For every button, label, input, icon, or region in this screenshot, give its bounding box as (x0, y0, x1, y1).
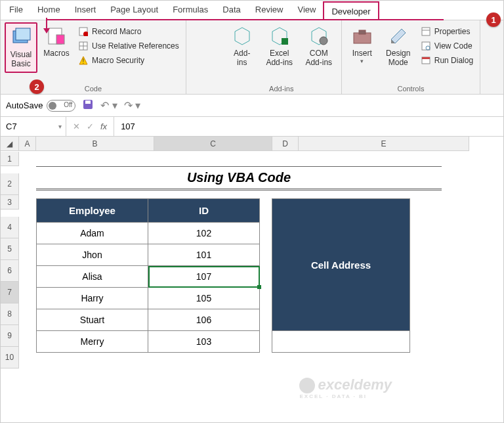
com-addins-icon (308, 25, 330, 47)
col-c[interactable]: C (154, 137, 272, 151)
ribbon-group-controls: Insert ▾ Design Mode Properties View Cod… (342, 20, 480, 94)
insert-control-button[interactable]: Insert ▾ (346, 22, 379, 68)
svg-rect-27 (85, 100, 91, 104)
row-6[interactable]: 6 (1, 260, 19, 282)
save-icon[interactable] (82, 99, 94, 113)
sheet-title: Using VBA Code (36, 166, 442, 190)
row-10[interactable]: 10 (1, 347, 19, 368)
watermark-logo-icon (299, 378, 315, 393)
view-code-button[interactable]: View Code (418, 39, 476, 53)
th-id: ID (148, 199, 260, 223)
sheet-grid-headers: ◢ A B C D E (1, 137, 503, 151)
row-7[interactable]: 7 (1, 282, 19, 303)
fx-icon[interactable]: fx (100, 122, 107, 131)
table-cell[interactable]: Alisa (37, 266, 148, 288)
record-macro-button[interactable]: Record Macro (75, 25, 182, 38)
excel-addins-button[interactable]: Excel Add-ins (261, 22, 298, 70)
th-employee: Employee (37, 199, 148, 223)
excel-addins-icon (268, 25, 291, 47)
cell-address-table: Cell Address (272, 198, 410, 353)
com-addins-button[interactable]: COM Add-ins (301, 22, 337, 70)
svg-rect-25 (422, 57, 430, 59)
table-cell[interactable]: 102 (148, 223, 260, 244)
row-1[interactable]: 1 (1, 152, 19, 166)
formula-input[interactable]: 107 (114, 117, 503, 136)
callout-badge-1: 1 (486, 12, 501, 27)
toggle-switch[interactable]: Off (47, 100, 75, 112)
tab-developer[interactable]: Developer (323, 1, 379, 20)
watermark: exceldemy EXCEL · DATA · BI (299, 376, 392, 399)
table-cell[interactable]: 106 (148, 309, 260, 331)
row-3[interactable]: 3 (1, 195, 19, 210)
ribbon-group-addins: Add- ins Excel Add-ins COM Add-ins Add-i… (186, 20, 342, 94)
visual-basic-label: Visual Basic (7, 50, 35, 69)
chevron-down-icon: ▾ (360, 58, 364, 65)
enter-icon[interactable]: ✓ (87, 122, 94, 131)
svg-rect-20 (422, 28, 430, 35)
col-a[interactable]: A (19, 137, 36, 151)
employee-table: EmployeeID Adam102 Jhon101 Alisa107 Harr… (36, 198, 260, 353)
tab-insert[interactable]: Insert (68, 1, 104, 20)
table-cell[interactable]: Jhon (37, 244, 148, 266)
svg-rect-3 (56, 35, 64, 44)
run-dialog-button[interactable]: Run Dialog (418, 54, 476, 67)
ribbon: Visual Basic Macros Record Macro Use Rel… (1, 20, 503, 95)
row-5[interactable]: 5 (1, 238, 19, 260)
properties-button[interactable]: Properties (418, 25, 476, 38)
svg-rect-13 (282, 38, 288, 45)
table-cell[interactable]: Merry (37, 331, 148, 353)
visual-basic-icon (10, 26, 32, 49)
annotation-line (47, 19, 444, 20)
row-2[interactable]: 2 (1, 173, 19, 195)
tab-file[interactable]: File (2, 1, 30, 20)
sheet-content: Using VBA Code EmployeeID Adam102 Jhon10… (36, 153, 495, 353)
svg-rect-1 (16, 28, 30, 40)
quick-access-toolbar: AutoSave Off ↶ ▾ ↷ ▾ (1, 95, 503, 117)
table-cell[interactable]: Stuart (37, 309, 148, 331)
toolbox-icon (351, 25, 373, 47)
svg-marker-18 (391, 29, 406, 43)
cancel-icon[interactable]: ✕ (73, 122, 80, 131)
undo-icon[interactable]: ↶ ▾ (100, 99, 117, 112)
macro-security-button[interactable]: ! Macro Security (75, 54, 182, 67)
tab-formulas[interactable]: Formulas (165, 1, 215, 20)
dialog-icon (421, 55, 431, 66)
tab-page-layout[interactable]: Page Layout (103, 1, 165, 20)
ribbon-tabs: File Home Insert Page Layout Formulas Da… (1, 1, 503, 20)
autosave-toggle[interactable]: AutoSave Off (6, 100, 75, 112)
select-all-triangle[interactable]: ◢ (1, 137, 19, 151)
grid-icon (78, 41, 89, 51)
row-4[interactable]: 4 (1, 217, 19, 238)
design-mode-button[interactable]: Design Mode (381, 22, 415, 70)
table-cell[interactable] (272, 331, 410, 353)
addins-icon (231, 25, 253, 47)
formula-bar: C7 ✕ ✓ fx 107 (1, 117, 503, 137)
table-cell[interactable]: 103 (148, 331, 260, 353)
addins-button[interactable]: Add- ins (226, 22, 259, 70)
col-e[interactable]: E (299, 137, 469, 151)
row-9[interactable]: 9 (1, 325, 19, 347)
tab-review[interactable]: Review (248, 1, 291, 20)
name-box[interactable]: C7 (1, 117, 66, 136)
tab-home[interactable]: Home (30, 1, 68, 20)
table-cell[interactable]: Adam (37, 223, 148, 244)
svg-rect-17 (359, 30, 366, 34)
tab-data[interactable]: Data (215, 1, 247, 20)
table-cell[interactable]: Harry (37, 288, 148, 309)
table-cell[interactable]: 105 (148, 288, 260, 309)
ribbon-group-code: Visual Basic Macros Record Macro Use Rel… (1, 20, 186, 94)
col-b[interactable]: B (36, 137, 154, 151)
table-cell[interactable]: 101 (148, 244, 260, 266)
row-8[interactable]: 8 (1, 303, 19, 325)
warning-icon: ! (78, 55, 89, 66)
svg-point-15 (320, 37, 327, 45)
col-d[interactable]: D (272, 137, 299, 151)
tab-view[interactable]: View (290, 1, 323, 20)
visual-basic-button[interactable]: Visual Basic (5, 22, 37, 73)
properties-icon (421, 26, 431, 37)
relative-references-button[interactable]: Use Relative References (75, 39, 182, 53)
redo-icon[interactable]: ↷ ▾ (124, 99, 140, 112)
ruler-icon (387, 25, 410, 47)
selected-cell[interactable]: 107 (148, 266, 260, 288)
row-headers: 1 2 3 4 5 6 7 8 9 10 (1, 152, 19, 368)
